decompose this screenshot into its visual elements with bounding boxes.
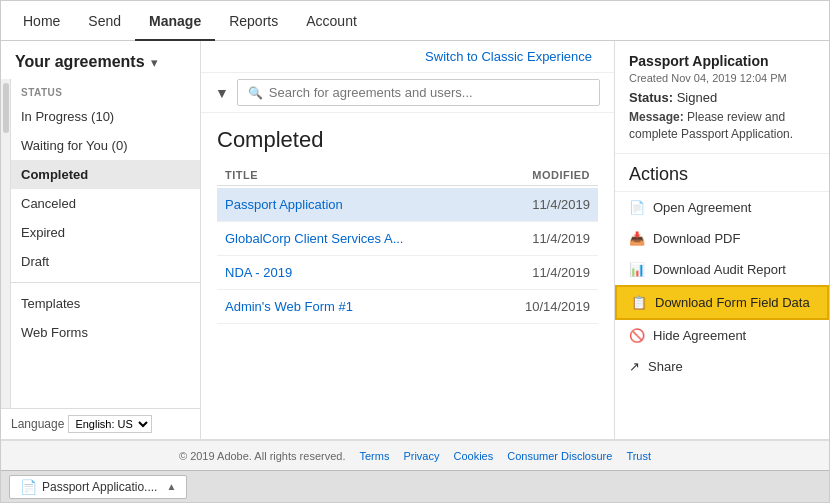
table-row[interactable]: NDA - 2019 11/4/2019 <box>217 256 598 290</box>
search-icon: 🔍 <box>248 86 263 100</box>
bottom-tab-icon: 📄 <box>20 479 37 495</box>
bottom-bar: 📄 Passport Applicatio.... ▲ <box>1 470 829 502</box>
row-modified: 11/4/2019 <box>500 231 590 246</box>
right-panel: Passport Application Created Nov 04, 201… <box>614 41 829 439</box>
row-title: GlobalCorp Client Services A... <box>225 231 500 246</box>
row-title: Admin's Web Form #1 <box>225 299 500 314</box>
sidebar-item-web-forms[interactable]: Web Forms <box>11 318 200 347</box>
nav-item-send[interactable]: Send <box>74 1 135 41</box>
scroll-track[interactable] <box>1 79 11 408</box>
row-modified: 11/4/2019 <box>500 265 590 280</box>
filter-row: Switch to Classic Experience <box>201 41 614 73</box>
footer-link-privacy[interactable]: Privacy <box>403 450 439 462</box>
row-title: Passport Application <box>225 197 500 212</box>
sidebar-item-canceled[interactable]: Canceled <box>11 189 200 218</box>
chevron-down-icon: ▾ <box>151 55 158 70</box>
row-title: NDA - 2019 <box>225 265 500 280</box>
scroll-thumb <box>3 83 9 133</box>
bottom-tab-chevron[interactable]: ▲ <box>166 481 176 492</box>
sidebar: Your agreements ▾ STATUS In Progress (10… <box>1 41 201 439</box>
sidebar-item-completed[interactable]: Completed <box>11 160 200 189</box>
download-pdf-icon: 📥 <box>629 231 645 246</box>
rp-doc-title: Passport Application <box>629 53 815 69</box>
sidebar-item-draft[interactable]: Draft <box>11 247 200 276</box>
switch-classic-link[interactable]: Switch to Classic Experience <box>425 49 592 64</box>
action-hide-label: Hide Agreement <box>653 328 746 343</box>
footer-copyright: © 2019 Adobe. All rights reserved. <box>179 450 345 462</box>
language-selector[interactable]: Language English: US <box>1 408 200 439</box>
nav-item-home[interactable]: Home <box>9 1 74 41</box>
download-form-icon: 📋 <box>631 295 647 310</box>
footer: © 2019 Adobe. All rights reserved. Terms… <box>1 440 829 470</box>
sidebar-items: STATUS In Progress (10) Waiting for You … <box>11 79 200 408</box>
action-open-agreement[interactable]: 📄 Open Agreement <box>615 192 829 223</box>
row-modified: 10/14/2019 <box>500 299 590 314</box>
rp-status-label: Status: <box>629 90 673 105</box>
table-row[interactable]: GlobalCorp Client Services A... 11/4/201… <box>217 222 598 256</box>
center-content: Switch to Classic Experience ▼ 🔍 Complet… <box>201 41 614 439</box>
hide-agreement-icon: 🚫 <box>629 328 645 343</box>
action-share-label: Share <box>648 359 683 374</box>
action-download-form-label: Download Form Field Data <box>655 295 810 310</box>
rp-message-label: Message: <box>629 110 684 124</box>
language-label: Language <box>11 417 64 431</box>
status-section-label: STATUS <box>11 79 200 102</box>
action-download-pdf[interactable]: 📥 Download PDF <box>615 223 829 254</box>
open-agreement-icon: 📄 <box>629 200 645 215</box>
sidebar-item-expired[interactable]: Expired <box>11 218 200 247</box>
action-download-audit-label: Download Audit Report <box>653 262 786 277</box>
col-header-modified: MODIFIED <box>500 169 590 181</box>
download-audit-icon: 📊 <box>629 262 645 277</box>
rp-info: Passport Application Created Nov 04, 201… <box>615 41 829 154</box>
nav-item-account[interactable]: Account <box>292 1 371 41</box>
agreements-list: Completed TITLE MODIFIED Passport Applic… <box>201 113 614 439</box>
nav-item-manage[interactable]: Manage <box>135 1 215 41</box>
search-input-wrapper[interactable]: 🔍 <box>237 79 600 106</box>
sidebar-item-in-progress[interactable]: In Progress (10) <box>11 102 200 131</box>
action-open-label: Open Agreement <box>653 200 751 215</box>
search-row: ▼ 🔍 <box>201 73 614 113</box>
sidebar-content: STATUS In Progress (10) Waiting for You … <box>1 79 200 408</box>
rp-message-row: Message: Please review and complete Pass… <box>629 109 815 143</box>
rp-actions-section: Actions 📄 Open Agreement 📥 Download PDF … <box>615 154 829 382</box>
footer-link-terms[interactable]: Terms <box>359 450 389 462</box>
rp-status-row: Status: Signed <box>629 90 815 105</box>
section-title: Completed <box>217 127 598 153</box>
sidebar-item-templates[interactable]: Templates <box>11 289 200 318</box>
table-row[interactable]: Admin's Web Form #1 10/14/2019 <box>217 290 598 324</box>
action-download-pdf-label: Download PDF <box>653 231 740 246</box>
action-download-form-field-data[interactable]: 📋 Download Form Field Data <box>615 285 829 320</box>
table-row[interactable]: Passport Application 11/4/2019 <box>217 188 598 222</box>
action-download-audit-report[interactable]: 📊 Download Audit Report <box>615 254 829 285</box>
sidebar-title: Your agreements <box>15 53 145 71</box>
rp-created: Created Nov 04, 2019 12:04 PM <box>629 72 815 84</box>
nav-item-reports[interactable]: Reports <box>215 1 292 41</box>
row-modified: 11/4/2019 <box>500 197 590 212</box>
footer-link-cookies[interactable]: Cookies <box>453 450 493 462</box>
col-header-title: TITLE <box>225 169 500 181</box>
action-hide-agreement[interactable]: 🚫 Hide Agreement <box>615 320 829 351</box>
bottom-tab[interactable]: 📄 Passport Applicatio.... ▲ <box>9 475 187 499</box>
sidebar-header[interactable]: Your agreements ▾ <box>1 41 200 79</box>
filter-icon[interactable]: ▼ <box>215 85 229 101</box>
main-body: Your agreements ▾ STATUS In Progress (10… <box>1 41 829 440</box>
action-share[interactable]: ↗ Share <box>615 351 829 382</box>
table-header: TITLE MODIFIED <box>217 165 598 186</box>
language-select[interactable]: English: US <box>68 415 152 433</box>
bottom-tab-label: Passport Applicatio.... <box>42 480 157 494</box>
rp-status-value: Signed <box>677 90 717 105</box>
sidebar-item-waiting-for-you[interactable]: Waiting for You (0) <box>11 131 200 160</box>
footer-link-consumer-disclosure[interactable]: Consumer Disclosure <box>507 450 612 462</box>
rp-actions-title: Actions <box>615 154 829 192</box>
sidebar-section-divider <box>11 282 200 283</box>
top-nav: Home Send Manage Reports Account <box>1 1 829 41</box>
share-icon: ↗ <box>629 359 640 374</box>
footer-link-trust[interactable]: Trust <box>626 450 651 462</box>
search-input[interactable] <box>269 85 589 100</box>
